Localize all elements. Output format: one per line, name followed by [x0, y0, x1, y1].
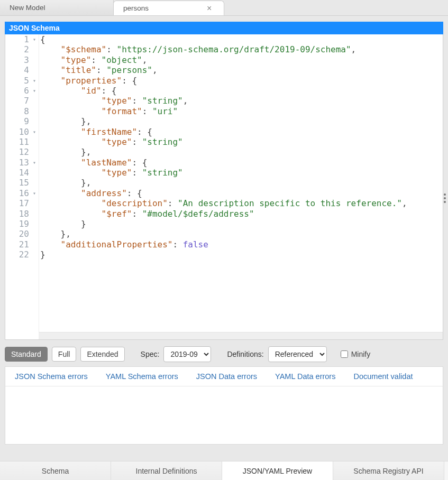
- minify-label: Minify: [351, 350, 371, 358]
- line-number[interactable]: 20: [5, 229, 36, 239]
- bottom-tab-schema[interactable]: Schema: [0, 461, 111, 480]
- top-tab-persons[interactable]: persons ×: [113, 1, 224, 15]
- spec-select[interactable]: 2019-09: [163, 346, 211, 362]
- code-line[interactable]: "address": {: [40, 188, 443, 198]
- minify-checkbox-wrap: Minify: [341, 350, 371, 358]
- standard-button[interactable]: Standard: [5, 347, 48, 362]
- full-button[interactable]: Full: [52, 347, 77, 362]
- error-tab-document-validation[interactable]: Document validat: [353, 372, 413, 381]
- line-number[interactable]: 19: [5, 219, 36, 229]
- code-line[interactable]: "type": "string": [40, 168, 443, 178]
- line-number[interactable]: 15: [5, 178, 36, 188]
- code-line[interactable]: "description": "An description specific …: [40, 198, 443, 208]
- code-line[interactable]: },: [40, 147, 443, 157]
- spec-label: Spec:: [141, 350, 160, 358]
- error-tab-yaml-schema[interactable]: YAML Schema errors: [106, 372, 178, 381]
- code-line[interactable]: "title": "persons",: [40, 65, 443, 75]
- line-number[interactable]: 21: [5, 239, 36, 250]
- line-number[interactable]: 4: [5, 65, 36, 75]
- error-tab-yaml-data[interactable]: YAML Data errors: [275, 372, 335, 381]
- line-number[interactable]: 8: [5, 106, 36, 116]
- bottom-tab-bar: Schema Internal Definitions JSON/YAML Pr…: [0, 461, 448, 480]
- code-line[interactable]: "additionalProperties": false: [40, 239, 443, 250]
- code-line[interactable]: "type": "string": [40, 137, 443, 147]
- code-line[interactable]: "firstName": {: [40, 127, 443, 137]
- top-tab-bar: New Model persons ×: [0, 0, 448, 16]
- line-number[interactable]: 3: [5, 55, 36, 65]
- definitions-label: Definitions:: [227, 350, 263, 358]
- code-line[interactable]: "type": "object",: [40, 55, 443, 65]
- line-number[interactable]: 16: [5, 188, 36, 198]
- definitions-select[interactable]: Referenced: [268, 346, 327, 362]
- close-icon[interactable]: ×: [207, 4, 212, 13]
- line-number[interactable]: 17: [5, 198, 36, 208]
- code-line[interactable]: },: [40, 116, 443, 126]
- code-editor[interactable]: 12345678910111213141516171819202122 { "$…: [5, 34, 443, 340]
- error-tab-json-schema[interactable]: JSON Schema errors: [15, 372, 88, 381]
- bottom-tab-internal-definitions[interactable]: Internal Definitions: [111, 461, 222, 480]
- code-line[interactable]: }: [40, 219, 443, 229]
- line-number[interactable]: 6: [5, 86, 36, 96]
- minify-checkbox[interactable]: [341, 350, 348, 358]
- line-number[interactable]: 14: [5, 168, 36, 178]
- line-number[interactable]: 9: [5, 116, 36, 126]
- controls-row: Standard Full Extended Spec: 2019-09 Def…: [0, 340, 448, 366]
- line-number[interactable]: 7: [5, 96, 36, 106]
- code-line[interactable]: },: [40, 178, 443, 188]
- error-tab-json-data[interactable]: JSON Data errors: [196, 372, 257, 381]
- code-line[interactable]: "id": {: [40, 86, 443, 96]
- line-number-gutter[interactable]: 12345678910111213141516171819202122: [5, 34, 39, 339]
- line-number[interactable]: 18: [5, 209, 36, 219]
- code-line[interactable]: "format": "uri": [40, 106, 443, 116]
- kebab-menu-icon[interactable]: [442, 191, 448, 205]
- code-line[interactable]: {: [40, 34, 443, 44]
- line-number[interactable]: 13: [5, 158, 36, 168]
- code-line[interactable]: "lastName": {: [40, 158, 443, 168]
- code-line[interactable]: }: [40, 250, 443, 260]
- line-number[interactable]: 11: [5, 137, 36, 147]
- tab-label: New Model: [10, 4, 45, 12]
- line-number[interactable]: 22: [5, 250, 36, 260]
- line-number[interactable]: 2: [5, 44, 36, 54]
- editor-header: JSON Schema: [5, 22, 443, 34]
- horizontal-scrollbar[interactable]: [39, 332, 443, 339]
- code-line[interactable]: },: [40, 229, 443, 239]
- line-number[interactable]: 1: [5, 34, 36, 44]
- errors-panel: JSON Schema errors YAML Schema errors JS…: [5, 366, 443, 445]
- editor-container: JSON Schema 1234567891011121314151617181…: [0, 16, 448, 340]
- error-tab-bar: JSON Schema errors YAML Schema errors JS…: [5, 367, 443, 386]
- bottom-tab-json-yaml-preview[interactable]: JSON/YAML Preview: [222, 461, 333, 480]
- extended-button[interactable]: Extended: [80, 347, 124, 362]
- tab-label: persons: [123, 4, 149, 12]
- code-line[interactable]: "$ref": "#model/$defs/address": [40, 209, 443, 219]
- code-area[interactable]: { "$schema": "https://json-schema.org/dr…: [39, 34, 443, 339]
- line-number[interactable]: 10: [5, 127, 36, 137]
- line-number[interactable]: 12: [5, 147, 36, 157]
- code-line[interactable]: "type": "string",: [40, 96, 443, 106]
- line-number[interactable]: 5: [5, 76, 36, 86]
- bottom-tab-schema-registry-api[interactable]: Schema Registry API: [333, 461, 444, 480]
- code-line[interactable]: "properties": {: [40, 76, 443, 86]
- top-tab-new-model[interactable]: New Model: [0, 0, 114, 15]
- code-line[interactable]: "$schema": "https://json-schema.org/draf…: [40, 44, 443, 54]
